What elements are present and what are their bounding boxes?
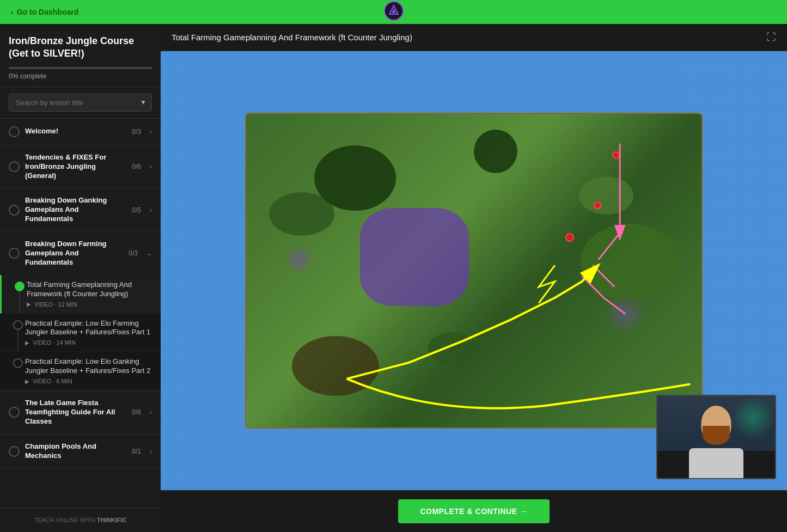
section-welcome: Welcome! 0/3 › [0, 119, 161, 145]
lesson-title-practical-ganking: Practical Example: Low Elo Ganking Jungl… [25, 357, 152, 376]
sidebar-footer: TEACH ONLINE WITH THINKIFIC [0, 507, 161, 532]
progress-text: 0% complete [9, 72, 152, 80]
lesson-circle-practical-ganking [13, 358, 23, 368]
search-input[interactable] [9, 94, 152, 112]
section-header-welcome[interactable]: Welcome! 0/3 › [0, 119, 161, 145]
purple-2 [603, 295, 647, 333]
logo-center [384, 1, 404, 23]
bottom-bar: COMPLETE & CONTINUE → [161, 490, 787, 532]
section-farming-lessons: Total Farming Gameplanning And Framework… [0, 275, 161, 390]
video-icon-1: ▶ [27, 301, 31, 307]
course-title-section: Iron/Bronze Jungle Course (Get to SILVER… [0, 24, 161, 87]
terrain-7 [292, 336, 379, 396]
lesson-practical-ganking[interactable]: Practical Example: Low Elo Ganking Jungl… [0, 352, 161, 390]
sidebar: Iron/Bronze Jungle Course (Get to SILVER… [0, 24, 161, 532]
connector-2 [17, 330, 19, 352]
section-count-ganking: 0/5 [132, 206, 141, 214]
video-background [161, 51, 787, 490]
section-circle-farming [9, 248, 20, 259]
section-count-fiesta: 0/6 [132, 408, 141, 416]
section-header-farming[interactable]: Breaking Down Farming Gameplans And Fund… [0, 232, 161, 275]
section-header-tendencies[interactable]: Tendencies & FIXES For Iron/Bronze Jungl… [0, 145, 161, 188]
lesson-title-total-farming: Total Farming Gameplanning And Framework… [27, 280, 152, 299]
video-container[interactable] [161, 51, 787, 490]
webcam-person [657, 396, 775, 478]
section-circle-fiesta [9, 407, 20, 418]
lesson-meta-total-farming: ▶ VIDEO · 12 MIN [27, 301, 152, 308]
turret-1 [612, 151, 620, 159]
terrain-6 [428, 332, 477, 365]
site-logo-icon [384, 1, 404, 21]
lesson-title-practical-farming: Practical Example: Low Elo Farming Jungl… [25, 319, 152, 338]
chevron-tendencies: › [150, 163, 152, 170]
terrain-4 [579, 176, 633, 215]
search-section: ▼ [0, 87, 161, 119]
section-circle-ganking [9, 205, 20, 216]
purple-1 [283, 246, 315, 273]
fullscreen-button[interactable]: ⛶ [766, 32, 776, 43]
video-icon-3: ▶ [25, 378, 29, 384]
section-farming: Breaking Down Farming Gameplans And Fund… [0, 232, 161, 391]
lesson-practical-farming[interactable]: Practical Example: Low Elo Farming Jungl… [0, 314, 161, 352]
webcam-beard [703, 426, 730, 445]
terrain-purple [360, 208, 469, 306]
top-bar: ‹ Go to Dashboard [0, 0, 787, 24]
lesson-circle-total-farming [15, 282, 25, 291]
section-champion-pools: Champion Pools And Mechanics 0/1 › [0, 435, 161, 469]
complete-continue-button[interactable]: COMPLETE & CONTINUE → [398, 499, 549, 523]
lesson-total-farming[interactable]: Total Farming Gameplanning And Framework… [0, 275, 161, 314]
section-count-champion-pools: 0/1 [132, 448, 141, 455]
map-background [245, 113, 703, 429]
progress-bar-container [9, 67, 152, 69]
game-map [245, 113, 703, 429]
content-header: Total Farming Gameplanning And Framework… [161, 24, 787, 51]
course-title: Iron/Bronze Jungle Course (Get to SILVER… [9, 35, 152, 60]
lessons-list: Welcome! 0/3 › Tendencies & FIXES For Ir… [0, 119, 161, 507]
back-label: Go to Dashboard [17, 8, 79, 16]
left-circuit [161, 51, 188, 490]
video-icon-2: ▶ [25, 340, 29, 346]
search-wrapper: ▼ [9, 94, 152, 112]
content-area: Total Farming Gameplanning And Framework… [161, 24, 787, 532]
lesson-meta-practical-ganking: ▶ VIDEO · 6 MIN [25, 378, 152, 384]
section-title-champion-pools: Champion Pools And Mechanics [25, 442, 126, 461]
section-count-tendencies: 0/6 [132, 163, 141, 170]
terrain-3 [474, 130, 517, 173]
webcam-overlay [656, 395, 776, 479]
section-circle-tendencies [9, 161, 20, 172]
section-title-tendencies: Tendencies & FIXES For Iron/Bronze Jungl… [25, 153, 126, 181]
webcam-glow [731, 396, 775, 439]
chevron-ganking: › [150, 206, 152, 214]
section-count-farming: 0/3 [129, 249, 138, 257]
footer-text: TEACH ONLINE WITH [34, 517, 95, 523]
back-arrow-icon: ‹ [11, 8, 14, 16]
section-title-welcome: Welcome! [25, 127, 126, 136]
content-lesson-title: Total Farming Gameplanning And Framework… [172, 33, 412, 42]
section-circle-champion-pools [9, 446, 20, 457]
lesson-type-1: VIDEO · 12 MIN [34, 301, 77, 308]
section-tendencies: Tendencies & FIXES For Iron/Bronze Jungl… [0, 145, 161, 189]
section-title-farming: Breaking Down Farming Gameplans And Fund… [25, 240, 123, 267]
terrain-5 [581, 224, 679, 300]
section-header-fiesta[interactable]: The Late Game Fiesta Teamfighting Guide … [0, 391, 161, 434]
chevron-welcome: › [150, 128, 152, 136]
terrain-2 [314, 145, 396, 211]
section-fiesta: The Late Game Fiesta Teamfighting Guide … [0, 391, 161, 435]
lesson-meta-practical-farming: ▶ VIDEO · 14 MIN [25, 339, 152, 346]
chevron-champion-pools: › [150, 448, 152, 455]
section-count-welcome: 0/3 [132, 128, 141, 136]
lesson-circle-practical-farming [13, 320, 23, 330]
chevron-fiesta: › [150, 408, 152, 416]
section-ganking: Breaking Down Ganking Gameplans And Fund… [0, 188, 161, 232]
section-header-champion-pools[interactable]: Champion Pools And Mechanics 0/1 › [0, 435, 161, 468]
back-to-dashboard[interactable]: ‹ Go to Dashboard [11, 8, 78, 16]
section-title-ganking: Breaking Down Ganking Gameplans And Fund… [25, 196, 126, 224]
main-layout: Iron/Bronze Jungle Course (Get to SILVER… [0, 24, 787, 532]
lesson-type-2: VIDEO · 14 MIN [33, 339, 76, 346]
webcam-body [689, 448, 743, 478]
lesson-type-3: VIDEO · 6 MIN [33, 378, 72, 384]
connector-1 [19, 291, 20, 313]
chevron-farming: ⌄ [147, 249, 152, 257]
footer-brand: THINKIFIC [97, 517, 126, 523]
section-header-ganking[interactable]: Breaking Down Ganking Gameplans And Fund… [0, 188, 161, 231]
